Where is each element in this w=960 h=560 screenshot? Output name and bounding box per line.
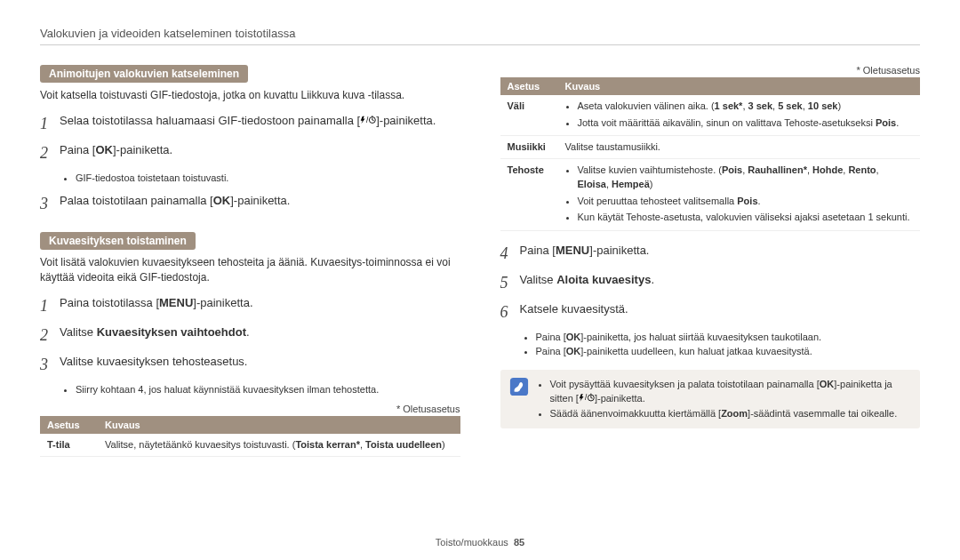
flash-timer-icon: / bbox=[579, 392, 595, 407]
page-footer: Toisto/muokkaus 85 bbox=[0, 537, 960, 548]
p: Voit peruuttaa tehosteet valitsemalla bbox=[578, 196, 738, 206]
s: Pois bbox=[876, 117, 896, 128]
step-number: 2 bbox=[40, 324, 60, 348]
pre: Valitse bbox=[60, 325, 97, 339]
s: Hohde bbox=[812, 164, 843, 175]
b: ]-säädintä vasemmalle tai oikealle. bbox=[748, 408, 897, 419]
a: Paina [ bbox=[536, 346, 566, 356]
left-column: Animoitujen valokuvien katseleminen Voit… bbox=[40, 65, 460, 468]
settings-table-right: Asetus Kuvaus Väli Aseta valokuvien väli… bbox=[500, 77, 921, 231]
bullet: Kun käytät Tehoste-asetusta, valokuvien … bbox=[578, 210, 914, 225]
ok-key-icon: OK bbox=[95, 143, 113, 156]
step-r6: 6 Katsele kuvaesitystä. bbox=[500, 300, 921, 324]
step-number: 4 bbox=[500, 242, 520, 266]
menu-key-icon: MENU bbox=[159, 296, 193, 309]
step-r5: 5 Valitse Aloita kuvaesitys. bbox=[500, 271, 921, 295]
note-bullet: Voit pysäyttää kuvaesityksen ja palata t… bbox=[550, 377, 912, 407]
b: ]-painiketta, jos haluat siirtää kuvaesi… bbox=[580, 332, 821, 342]
a: Paina [ bbox=[520, 244, 556, 257]
content-columns: Animoitujen valokuvien katseleminen Voit… bbox=[40, 65, 920, 468]
p: Jotta voit määrittää aikavälin, sinun on… bbox=[578, 117, 876, 128]
step-text-a: Paina [ bbox=[60, 143, 95, 156]
step-text-a: Selaa toistotilassa haluamaasi GIF-tiedo… bbox=[60, 114, 360, 127]
step-text: Valitse Aloita kuvaesitys. bbox=[520, 271, 921, 295]
cell-setting: T-tila bbox=[40, 434, 98, 456]
po: ) bbox=[650, 179, 653, 189]
cell-desc: Valitse kuvien vaihtumistehoste. (Pois, … bbox=[558, 158, 921, 230]
step-text: Paina [OK]-painiketta. bbox=[60, 141, 460, 165]
po: . bbox=[651, 273, 654, 286]
p: Aseta valokuvien välinen aika. ( bbox=[578, 100, 715, 111]
s: 1 sek* bbox=[715, 100, 743, 111]
s: Pois bbox=[737, 196, 757, 206]
section-label-animated: Animoitujen valokuvien katseleminen bbox=[40, 65, 248, 83]
ok-key-icon: OK bbox=[566, 332, 581, 342]
b: ]-painiketta. bbox=[589, 244, 649, 257]
menu-key-icon: MENU bbox=[556, 244, 589, 257]
step-text-b: ]-painiketta. bbox=[230, 194, 290, 207]
s: Hempeä bbox=[612, 179, 650, 189]
s: Zoom bbox=[721, 408, 748, 419]
section2-intro: Voit lisätä valokuvien kuvaesitykseen te… bbox=[40, 255, 460, 285]
step-number: 3 bbox=[40, 192, 60, 216]
strong: Kuvaesityksen vaihtoehdot bbox=[97, 325, 246, 339]
step-text: Valitse kuvaesityksen tehosteasetus. bbox=[60, 353, 460, 377]
step-text: Katsele kuvaesitystä. bbox=[520, 300, 921, 324]
p: Valitse bbox=[520, 273, 557, 286]
info-icon bbox=[509, 377, 529, 396]
table-row: Väli Aseta valokuvien välinen aika. (1 s… bbox=[500, 95, 921, 136]
svg-text:/: / bbox=[366, 115, 369, 124]
table-row: Tehoste Valitse kuvien vaihtumistehoste.… bbox=[500, 158, 921, 230]
step-number: 5 bbox=[500, 271, 520, 295]
step-2-bullets: GIF-tiedostoa toistetaan toistuvasti. bbox=[65, 171, 460, 186]
step-s3: 3 Valitse kuvaesityksen tehosteasetus. bbox=[40, 353, 460, 377]
cell-desc: Valitse, näytetäänkö kuvaesitys toistuva… bbox=[98, 434, 460, 456]
po: . bbox=[758, 196, 761, 206]
cell-setting: Musiikki bbox=[500, 136, 558, 159]
step-number: 6 bbox=[500, 300, 520, 324]
bullet: Paina [OK]-painiketta, jos haluat siirtä… bbox=[536, 330, 921, 345]
th-setting: Asetus bbox=[40, 416, 98, 434]
step-text: Paina toistotilassa [MENU]-painiketta. bbox=[60, 294, 460, 318]
step-text-b: ]-painiketta. bbox=[376, 114, 436, 127]
step-text: Valitse Kuvaesityksen vaihtoehdot. bbox=[60, 324, 460, 348]
cell-desc: Valitse taustamusiikki. bbox=[558, 136, 921, 159]
step-s1: 1 Paina toistotilassa [MENU]-painiketta. bbox=[40, 294, 460, 318]
a: Voit pysäyttää kuvaesityksen ja palata t… bbox=[550, 379, 820, 389]
th-desc: Kuvaus bbox=[98, 416, 460, 434]
c: ]-painiketta. bbox=[595, 393, 645, 404]
flash-timer-icon: / bbox=[360, 113, 376, 131]
post: . bbox=[246, 325, 250, 339]
cell-setting: Tehoste bbox=[500, 158, 558, 230]
bullet: Paina [OK]-painiketta uudelleen, kun hal… bbox=[536, 344, 921, 359]
step-text: Paina [MENU]-painiketta. bbox=[520, 242, 921, 266]
s: Rento bbox=[848, 164, 876, 175]
step-number: 1 bbox=[40, 112, 60, 136]
ok-key-icon: OK bbox=[820, 379, 835, 389]
step-s2: 2 Valitse Kuvaesityksen vaihtoehdot. bbox=[40, 324, 460, 348]
step-2: 2 Paina [OK]-painiketta. bbox=[40, 141, 460, 165]
section1-intro: Voit katsella toistuvasti GIF-tiedostoja… bbox=[40, 88, 460, 103]
bullet: Aseta valokuvien välinen aika. (1 sek*, … bbox=[578, 99, 914, 114]
step-number: 2 bbox=[40, 141, 60, 165]
b: ]-painiketta uudelleen, kun haluat jatka… bbox=[580, 346, 812, 356]
ok-key-icon: OK bbox=[213, 194, 231, 207]
step-number: 1 bbox=[40, 294, 60, 318]
bullet: Voit peruuttaa tehosteet valitsemalla Po… bbox=[578, 194, 914, 209]
s: 5 sek bbox=[778, 100, 803, 111]
cell-desc: Aseta valokuvien välinen aika. (1 sek*, … bbox=[558, 95, 921, 136]
po: ) bbox=[838, 100, 842, 111]
m: , bbox=[876, 164, 879, 175]
right-column: * Oletusasetus Asetus Kuvaus Väli Aseta … bbox=[500, 65, 921, 468]
page-header: Valokuvien ja videoiden katseleminen toi… bbox=[40, 27, 920, 45]
bullet: Jotta voit määrittää aikavälin, sinun on… bbox=[578, 116, 914, 131]
step-text-b: ]-painiketta. bbox=[113, 143, 172, 156]
settings-table-left: Asetus Kuvaus T-tila Valitse, näytetäänk… bbox=[40, 416, 460, 457]
page-number: 85 bbox=[514, 537, 524, 548]
note-box: Voit pysäyttää kuvaesityksen ja palata t… bbox=[500, 370, 921, 428]
s2: Toista uudelleen bbox=[365, 439, 442, 450]
a: Säädä äänenvoimakkuutta kiertämällä [ bbox=[550, 408, 722, 419]
step-text: Palaa toistotilaan painamalla [OK]-paini… bbox=[60, 192, 460, 216]
step-text-a: Paina toistotilassa [ bbox=[60, 296, 159, 309]
step-r4: 4 Paina [MENU]-painiketta. bbox=[500, 242, 921, 266]
